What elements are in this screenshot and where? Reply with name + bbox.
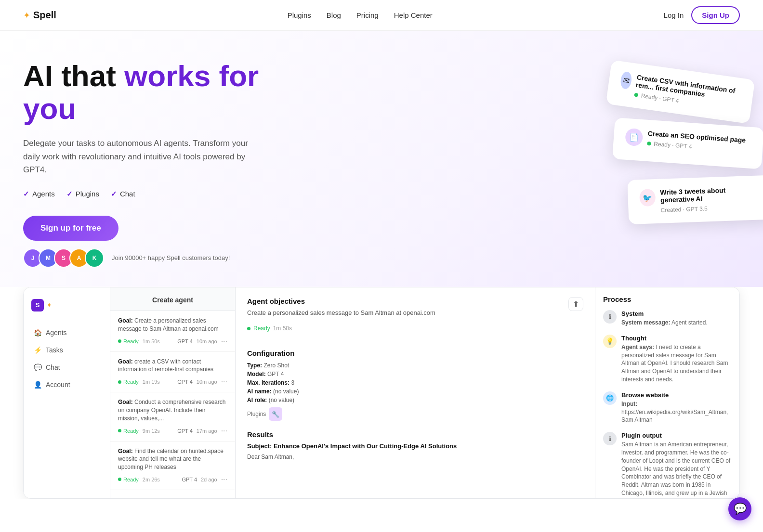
app-sidebar: S ✦ 🏠 Agents ⚡ Tasks 💬 Chat 👤 Account: [24, 287, 110, 498]
create-agent-button[interactable]: Create agent: [118, 294, 227, 306]
navbar: ✦ Spell Plugins Blog Pricing Help Center…: [0, 0, 763, 31]
card-icon-2: 📄: [625, 128, 643, 146]
results-dear: Dear Sam Altman,: [247, 453, 583, 461]
config-model: Model: GPT 4: [247, 371, 583, 377]
config-ai-role: AI role: (no value): [247, 397, 583, 403]
agent-status-time: 1m 50s: [273, 325, 292, 332]
agent-meta-3: Ready 9m 12s GPT 4 17m ago ···: [118, 427, 227, 435]
results-subject: Subject: Enhance OpenAI's Impact with Ou…: [247, 442, 583, 450]
tasks-icon: ⚡: [33, 346, 42, 354]
config-ai-name: AI name: (no value): [247, 388, 583, 395]
configuration-section: Configuration Type: Zero Shot Model: GPT…: [247, 349, 583, 421]
config-max-iter: Max. iterations: 3: [247, 379, 583, 386]
hero-features: ✓ Agents ✓ Plugins ✓ Chat: [23, 190, 293, 198]
hero-social-text: Join 90000+ happy Spell customers today!: [112, 254, 230, 261]
agent-goal-2: Goal: create a CSV with contact informat…: [118, 358, 227, 374]
hero-description: Delegate your tasks to autonomous AI age…: [23, 137, 264, 176]
app-preview: S ✦ 🏠 Agents ⚡ Tasks 💬 Chat 👤 Account Cr…: [23, 287, 740, 499]
agent-goal-3: Goal: Conduct a comprehensive research o…: [118, 398, 227, 422]
agent-more-3[interactable]: ···: [221, 427, 227, 435]
agent-meta-4: Ready 2m 26s GPT 4 2d ago ···: [118, 475, 227, 484]
plugins-icon: 🔧: [269, 407, 282, 421]
card-icon-3: 🐦: [639, 189, 656, 207]
card-status-3: Created · GPT 3.5: [660, 203, 761, 213]
cta-signup-button[interactable]: Sign up for free: [23, 216, 118, 241]
floating-card-2: 📄 Create an SEO optimised page Ready · G…: [612, 117, 763, 169]
agent-more-1[interactable]: ···: [221, 337, 227, 346]
nav-actions: Log In Sign Up: [664, 6, 740, 24]
avatar-5: K: [85, 248, 104, 268]
process-step-thought: 💡 Thought Agent says: I need to create a…: [603, 335, 732, 384]
agents-list: Create agent Goal: Create a personalized…: [110, 287, 236, 498]
agent-item-4[interactable]: Goal: Find the calendar on hunted.space …: [110, 441, 235, 490]
card-icon-1: ✉: [619, 71, 632, 90]
signup-button[interactable]: Sign Up: [691, 6, 740, 24]
card-title-3: Write 3 tweets about generative AI: [660, 185, 761, 204]
step-browse-title: Browse website: [621, 391, 732, 399]
process-step-system: ℹ System System message: Agent started.: [603, 310, 732, 327]
logo-text: Spell: [33, 10, 56, 21]
agents-icon: 🏠: [33, 329, 42, 337]
floating-card-3: 🐦 Write 3 tweets about generative AI Cre…: [627, 175, 763, 224]
sidebar-item-agents[interactable]: 🏠 Agents: [29, 325, 104, 340]
process-panel: Process ℹ System System message: Agent s…: [595, 287, 739, 498]
chat-icon: 💬: [33, 363, 42, 371]
agent-status-row: Ready 1m 50s: [247, 325, 568, 332]
agent-status-label: Ready: [253, 325, 270, 332]
nav-plugins[interactable]: Plugins: [288, 11, 311, 19]
results-title: Results: [247, 430, 583, 439]
hero-section: AI that works for you Delegate your task…: [0, 31, 763, 287]
nav-help[interactable]: Help Center: [394, 11, 433, 19]
floating-card-1: ✉ Create CSV with information of rem... …: [606, 60, 755, 124]
hero-title: AI that works for you: [23, 60, 293, 125]
results-section: Results Subject: Enhance OpenAI's Impact…: [247, 430, 583, 461]
config-title: Configuration: [247, 349, 583, 357]
step-system-title: System: [621, 310, 732, 317]
hero-floating-cards: ✉ Create CSV with information of rem... …: [503, 40, 763, 272]
agent-status-1: Ready 1m 50s: [118, 338, 160, 344]
nav-logo[interactable]: ✦ Spell: [23, 10, 56, 21]
agent-meta-2: Ready 1m 19s GPT 4 10m ago ···: [118, 377, 227, 386]
agent-item-3[interactable]: Goal: Conduct a comprehensive research o…: [110, 392, 235, 441]
browse-icon: 🌐: [603, 391, 617, 405]
agent-more-2[interactable]: ···: [221, 377, 227, 386]
feature-agents: ✓ Agents: [23, 190, 55, 198]
process-step-browse: 🌐 Browse website Input: https://en.wikip…: [603, 391, 732, 424]
feature-chat: ✓ Chat: [111, 190, 135, 198]
agent-objectives-title: Agent objectives: [247, 297, 568, 305]
hero-avatars: J M S A K: [23, 248, 104, 268]
hero-left: AI that works for you Delegate your task…: [23, 60, 293, 268]
logo-star-icon: ✦: [23, 10, 30, 21]
sidebar-item-chat[interactable]: 💬 Chat: [29, 360, 104, 375]
nav-pricing[interactable]: Pricing: [356, 11, 379, 19]
login-button[interactable]: Log In: [664, 11, 684, 19]
hero-social: J M S A K Join 90000+ happy Spell custom…: [23, 248, 293, 268]
agent-objective-text: Create a personalized sales message to S…: [247, 308, 568, 318]
agents-list-header: Create agent: [110, 287, 235, 311]
account-icon: 👤: [33, 381, 42, 389]
sidebar-item-tasks[interactable]: ⚡ Tasks: [29, 342, 104, 358]
agent-meta-1: Ready 1m 50s GPT 4 10m ago ···: [118, 337, 227, 346]
nav-links: Plugins Blog Pricing Help Center: [288, 11, 433, 19]
agent-more-4[interactable]: ···: [221, 475, 227, 484]
agent-goal-4: Goal: Find the calendar on hunted.space …: [118, 447, 227, 471]
hero-title-black: AI that: [23, 59, 124, 92]
sidebar-logo: S ✦: [29, 295, 104, 315]
app-main-content: Agent objectives Create a personalized s…: [236, 287, 595, 498]
agent-goal-1: Goal: Create a personalized sales messag…: [118, 317, 227, 333]
step-thought-title: Thought: [621, 335, 732, 342]
agent-item-1[interactable]: Goal: Create a personalized sales messag…: [110, 311, 235, 352]
system-icon: ℹ: [603, 310, 617, 324]
plugins-badge: Plugins 🔧: [247, 407, 583, 421]
step-plugin-title: Plugin output: [621, 432, 732, 439]
plugin-icon: ℹ: [603, 432, 617, 445]
process-step-plugin: ℹ Plugin output Sam Altman is an America…: [603, 432, 732, 498]
thought-icon: 💡: [603, 335, 617, 348]
agent-item-2[interactable]: Goal: create a CSV with contact informat…: [110, 352, 235, 393]
process-title: Process: [603, 295, 732, 303]
config-type: Type: Zero Shot: [247, 362, 583, 369]
nav-blog[interactable]: Blog: [327, 11, 341, 19]
share-button[interactable]: ⬆: [568, 297, 583, 311]
sidebar-item-account[interactable]: 👤 Account: [29, 377, 104, 392]
feature-plugins: ✓ Plugins: [66, 190, 99, 198]
